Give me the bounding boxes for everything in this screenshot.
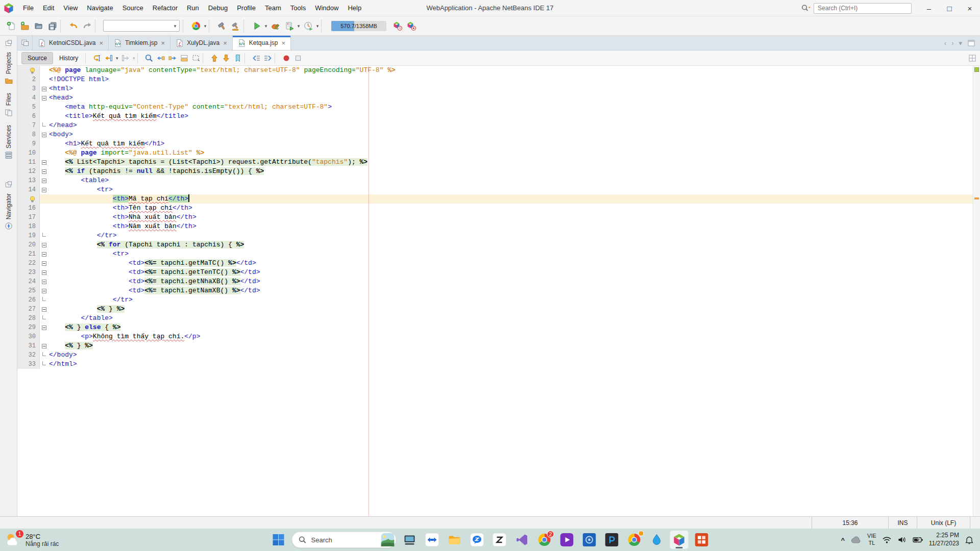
line-number[interactable]: 6	[17, 112, 40, 121]
fold-marker[interactable]	[40, 360, 48, 369]
memory-indicator[interactable]: 570.7/1358MB	[331, 21, 386, 31]
fold-marker[interactable]	[40, 249, 48, 259]
menu-item-profile[interactable]: Profile	[232, 0, 260, 16]
fold-marker[interactable]	[40, 277, 48, 286]
code-line-9[interactable]: 9 <h1>Kết quả tìm kiếm</h1>	[17, 139, 973, 148]
code-line-13[interactable]: 13 <table>	[17, 176, 973, 185]
taskbar-search-box[interactable]: Search	[292, 532, 397, 548]
fold-marker[interactable]	[40, 240, 48, 249]
tab-list-icon[interactable]: ▾	[959, 39, 962, 47]
start-macro-recording-icon[interactable]	[280, 52, 292, 64]
fold-marker[interactable]	[40, 259, 48, 268]
scroll-tabs-left-icon[interactable]: ‹	[944, 39, 946, 47]
line-number[interactable]: 24	[17, 277, 40, 286]
next-occurrence-icon[interactable]	[166, 52, 178, 64]
fold-marker[interactable]	[40, 84, 48, 93]
error-stripe[interactable]	[973, 66, 980, 516]
p-app-icon[interactable]	[603, 531, 621, 549]
code-line-27[interactable]: 27 <% } %>	[17, 305, 973, 314]
line-number[interactable]: 9	[17, 139, 40, 148]
maximize-button[interactable]: □	[939, 0, 960, 16]
code-line-33[interactable]: 33</html>	[17, 360, 973, 369]
line-number[interactable]: 20	[17, 240, 40, 249]
toggle-highlight-icon[interactable]	[178, 52, 190, 64]
build-project-icon[interactable]	[215, 19, 229, 33]
code-line-15[interactable]: <th>Mã tạp chí</th>	[17, 194, 973, 204]
menu-item-window[interactable]: Window	[310, 0, 343, 16]
line-number[interactable]: 8	[17, 130, 40, 139]
water-drop-app-icon[interactable]	[648, 531, 666, 549]
close-icon[interactable]: ×	[223, 40, 227, 46]
find-selection-icon[interactable]	[143, 52, 155, 64]
search-highlight-thumbnail[interactable]	[381, 533, 395, 546]
minimize-button[interactable]: –	[919, 0, 939, 16]
code-line-8[interactable]: 8<body>	[17, 130, 973, 139]
code-line-20[interactable]: 20 <% for (Tapchi tapchi : tapchis) { %>	[17, 240, 973, 249]
code-line-11[interactable]: 11 <% List<Tapchi> tapchis = (List<Tapch…	[17, 158, 973, 167]
line-number[interactable]: 32	[17, 350, 40, 360]
redo-icon[interactable]	[80, 19, 94, 33]
insert-mode-indicator[interactable]: INS	[888, 517, 917, 529]
stop-profiling-icon[interactable]	[404, 19, 418, 33]
menu-item-file[interactable]: File	[18, 0, 38, 16]
sidebar-item-files[interactable]: Files	[5, 93, 13, 116]
split-document-icon[interactable]	[17, 36, 33, 50]
menu-item-view[interactable]: View	[59, 0, 82, 16]
fold-marker[interactable]	[40, 268, 48, 277]
profile-ide-icon[interactable]	[390, 19, 404, 33]
onedrive-cloud-icon[interactable]	[850, 535, 862, 544]
line-number[interactable]: 18	[17, 222, 40, 231]
fold-marker[interactable]	[40, 185, 48, 194]
code-line-29[interactable]: 29 <% } else { %>	[17, 323, 973, 332]
history-view-button[interactable]: History	[53, 52, 84, 64]
line-number[interactable]: 27	[17, 305, 40, 314]
clean-build-icon[interactable]	[229, 19, 242, 33]
chevron-down-icon[interactable]: ▾	[114, 56, 119, 61]
menu-item-source[interactable]: Source	[118, 0, 148, 16]
undo-icon[interactable]	[66, 19, 80, 33]
hint-mark[interactable]	[974, 197, 979, 199]
debug-project-icon[interactable]	[268, 19, 282, 33]
line-number[interactable]: 4	[17, 93, 40, 103]
fold-marker[interactable]	[40, 167, 48, 176]
source-view-button[interactable]: Source	[21, 52, 53, 64]
profile-project-icon[interactable]	[282, 19, 296, 33]
chevron-down-icon[interactable]: ▾	[315, 23, 320, 29]
tab-xulydl.java[interactable]: XulyDL.java×	[170, 36, 233, 50]
previous-bookmark-icon[interactable]	[208, 52, 220, 64]
line-ending-indicator[interactable]: Unix (LF)	[917, 517, 970, 529]
last-edit-location-icon[interactable]	[91, 52, 103, 64]
clock-date[interactable]: 2:25 PM 11/27/2023	[929, 532, 959, 547]
code-line-18[interactable]: 18 <th>Năm xuất bản</th>	[17, 222, 973, 231]
fold-marker[interactable]	[40, 286, 48, 295]
fold-marker[interactable]	[40, 121, 48, 130]
zalo-app-icon[interactable]	[468, 531, 486, 549]
code-line-19[interactable]: 19 </tr>	[17, 231, 973, 240]
line-number[interactable]: 19	[17, 231, 40, 240]
code-line-26[interactable]: 26 </tr>	[17, 295, 973, 305]
code-line-32[interactable]: 32</body>	[17, 350, 973, 360]
fold-marker[interactable]	[40, 314, 48, 323]
fold-marker[interactable]	[40, 295, 48, 305]
line-number[interactable]: 29	[17, 323, 40, 332]
search-icon[interactable]	[801, 4, 811, 13]
shift-line-left-icon[interactable]	[250, 52, 262, 64]
fold-marker[interactable]	[40, 176, 48, 185]
code-line-24[interactable]: 24 <td><%= tapchi.getNhaXB() %></td>	[17, 277, 973, 286]
volume-icon[interactable]	[897, 536, 907, 544]
no-errors-badge[interactable]	[974, 67, 979, 72]
line-number[interactable]: 14	[17, 185, 40, 194]
code-line-21[interactable]: 21 <tr>	[17, 249, 973, 259]
code-line-30[interactable]: 30 <p>Không tìm thấy tạp chí.</p>	[17, 332, 973, 341]
code-line-12[interactable]: 12 <% if (tapchis != null && !tapchis.is…	[17, 167, 973, 176]
menu-item-debug[interactable]: Debug	[204, 0, 232, 16]
line-number[interactable]: 30	[17, 332, 40, 341]
close-icon[interactable]: ×	[281, 40, 285, 46]
previous-occurrence-icon[interactable]	[155, 52, 166, 64]
open-project-icon[interactable]	[32, 19, 45, 33]
code-line-1[interactable]: <%@ page language="java" contentType="te…	[17, 66, 973, 75]
line-number[interactable]: 26	[17, 295, 40, 305]
netbeans-taskbar-icon[interactable]	[670, 531, 689, 549]
code-line-31[interactable]: 31 <% } %>	[17, 341, 973, 350]
fold-marker[interactable]	[40, 341, 48, 350]
